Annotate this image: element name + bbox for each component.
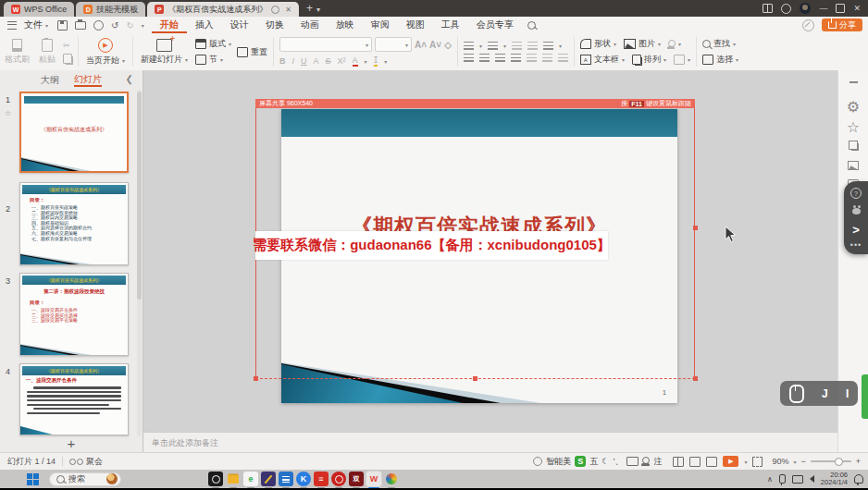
increase-font-icon[interactable]: A˄: [415, 40, 427, 50]
scrollbar-thumb[interactable]: [137, 92, 142, 300]
save-icon[interactable]: [57, 20, 68, 31]
reset-button[interactable]: 重置: [237, 46, 267, 58]
play-options-chevron-icon[interactable]: ▾: [744, 459, 747, 465]
slide-sorter-icon[interactable]: [689, 457, 701, 467]
search-highlight-food-icon[interactable]: [106, 473, 118, 484]
paint-tool-icon[interactable]: [261, 472, 276, 486]
arrange-button[interactable]: 排列▾: [632, 54, 666, 66]
help-icon[interactable]: ?: [850, 188, 862, 199]
recorder-app-icon[interactable]: [208, 472, 223, 486]
hamburger-menu-icon[interactable]: [7, 21, 17, 30]
sogou-icon[interactable]: S: [575, 456, 586, 467]
share-button[interactable]: 分享: [822, 18, 862, 31]
zoom-chevron-icon[interactable]: ▾: [793, 459, 796, 465]
microphone-icon[interactable]: [779, 474, 786, 484]
tab-tools[interactable]: 工具: [433, 17, 468, 33]
zoom-slider-knob[interactable]: [835, 458, 843, 466]
file-menu[interactable]: 文件 ▾: [20, 18, 52, 31]
tab-animation[interactable]: 动画: [292, 17, 328, 33]
increase-indent-icon[interactable]: [527, 42, 538, 50]
placeholder-button[interactable]: ▾: [674, 55, 690, 65]
tab-home[interactable]: 开始: [152, 17, 187, 33]
layout-button[interactable]: 版式▾: [195, 38, 231, 50]
ime-wubi[interactable]: 五: [589, 456, 598, 468]
clear-format-icon[interactable]: ◇: [444, 40, 452, 50]
region-handle[interactable]: [254, 376, 258, 381]
tab-review[interactable]: 审阅: [363, 17, 398, 33]
redo-icon[interactable]: ↻: [126, 20, 133, 31]
ime-keyboard-icon[interactable]: [626, 457, 639, 466]
copy-style-icon[interactable]: [838, 141, 868, 150]
browser-360-icon[interactable]: e: [243, 472, 258, 486]
print-icon[interactable]: [75, 21, 86, 30]
collapse-rail-icon[interactable]: [838, 81, 868, 83]
sync-icon[interactable]: [271, 6, 279, 14]
font-color-button[interactable]: A: [353, 55, 358, 67]
tab-outline[interactable]: 大纲: [41, 74, 59, 87]
superscript-button[interactable]: X²: [338, 56, 346, 66]
fullscreen-icon[interactable]: [752, 457, 763, 467]
collapse-panel-icon[interactable]: ❮: [126, 74, 133, 84]
reading-view-icon[interactable]: [706, 457, 717, 467]
font-size-select[interactable]: ▾: [375, 37, 412, 52]
highlight-color-button[interactable]: ⵊ: [374, 55, 378, 67]
panel-scrollbar[interactable]: [137, 90, 142, 436]
ime-person-icon[interactable]: [642, 457, 650, 464]
font-name-select[interactable]: ▾: [279, 37, 372, 52]
ime-note[interactable]: 注: [653, 456, 662, 468]
copy-icon[interactable]: [63, 54, 72, 64]
user-avatar[interactable]: [800, 3, 811, 14]
close-button[interactable]: ✕: [853, 5, 861, 13]
justify-icon[interactable]: [511, 54, 521, 62]
tab-view[interactable]: 视图: [398, 17, 433, 33]
text-shadow-button[interactable]: A: [314, 56, 319, 66]
tab-design[interactable]: 设计: [222, 17, 257, 33]
volume-icon[interactable]: [810, 475, 814, 483]
zoom-in-button[interactable]: +: [856, 457, 861, 466]
display-icon[interactable]: [792, 475, 803, 484]
slide-thumbnail-3[interactable]: 《期权百倍实战速成系列》 第二讲：期权波段投资绝技 目录： 一、波段交易开仓条件…: [19, 273, 129, 356]
tab-list-chevron-icon[interactable]: ▾: [316, 6, 320, 14]
align-right-icon[interactable]: [495, 54, 505, 62]
new-slide-button[interactable]: 新建幻灯片▾: [136, 33, 192, 70]
ime-moon-icon[interactable]: ☾: [601, 457, 609, 466]
red-app-icon[interactable]: ≡: [314, 472, 329, 486]
bold-button[interactable]: B: [279, 56, 286, 66]
tab-wps-home[interactable]: W WPS Office: [4, 2, 74, 17]
avatar-insert-button[interactable]: ▾: [668, 40, 681, 49]
search-icon[interactable]: [527, 21, 536, 30]
ime-hand-icon[interactable]: [533, 457, 542, 466]
cut-icon[interactable]: [63, 41, 72, 50]
file-explorer-icon[interactable]: [226, 472, 241, 486]
image-library-icon[interactable]: [838, 161, 868, 170]
favorites-star-icon[interactable]: ☆: [838, 118, 868, 136]
decrease-indent-icon[interactable]: [512, 42, 522, 50]
section-button[interactable]: 节▾: [195, 54, 231, 66]
notifications-bell-icon[interactable]: [854, 474, 863, 484]
gather-label[interactable]: 聚会: [86, 456, 103, 468]
assistant-flyout[interactable]: ? > •••: [844, 181, 868, 254]
split-view-icon[interactable]: [763, 4, 773, 13]
shapes-button[interactable]: 形状▾: [580, 38, 616, 50]
tab-membership[interactable]: 会员专享: [468, 17, 522, 33]
new-tab-button[interactable]: +: [306, 2, 313, 15]
ime-punct[interactable]: ’、: [613, 456, 623, 468]
text-direction-icon[interactable]: [543, 42, 553, 50]
distribute-icon[interactable]: [558, 54, 568, 62]
cloud-sync-icon[interactable]: [802, 19, 814, 31]
preview-icon[interactable]: [93, 20, 104, 31]
maximize-button[interactable]: [836, 4, 845, 13]
expand-chevron-icon[interactable]: >: [852, 224, 860, 236]
minimize-button[interactable]: —: [819, 5, 827, 13]
kuaishou-app-icon[interactable]: K: [296, 472, 311, 486]
region-handle[interactable]: [693, 226, 698, 230]
wps-app-icon[interactable]: W: [366, 472, 381, 486]
select-button[interactable]: 选择▾: [702, 54, 738, 66]
tab-slideshow[interactable]: 放映: [328, 17, 363, 33]
properties-icon[interactable]: ⚙: [838, 98, 868, 116]
zoom-slider[interactable]: [811, 460, 851, 462]
slide-thumbnail-2[interactable]: 《期权百倍实战速成系列》 目录： 一、期权百倍实战策略 二、期权波段投资绝技 三…: [19, 182, 129, 265]
tab-transition[interactable]: 切换: [257, 17, 292, 33]
start-button[interactable]: [27, 473, 39, 485]
slide-thumbnail-1[interactable]: 《期权百倍实战速成系列》: [19, 92, 129, 173]
